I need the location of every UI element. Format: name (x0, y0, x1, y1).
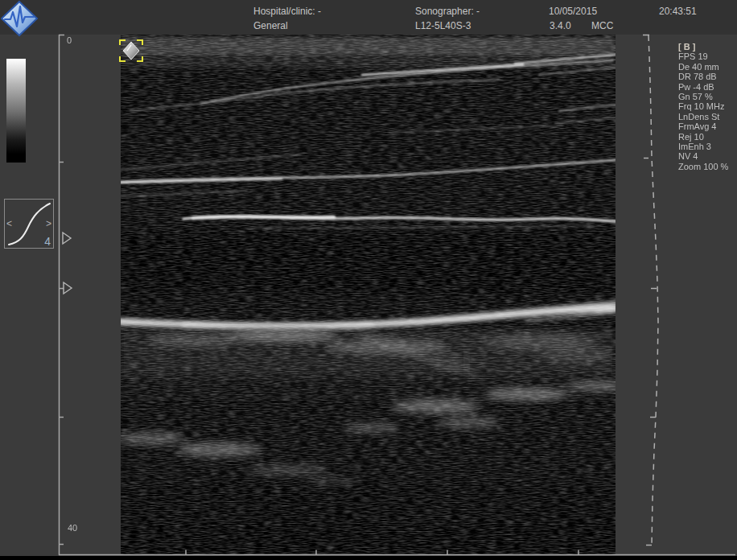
time-label: 20:43:51 (659, 6, 697, 17)
depth-scale-bottom: 40 (68, 523, 77, 533)
depth-scale-top: 0 (67, 35, 72, 45)
param-lndens: LnDens St (678, 112, 736, 121)
mcc-flag: MCC (591, 20, 613, 31)
speckle-noise-overlay (121, 35, 616, 555)
curve-prev-button[interactable]: < (6, 219, 12, 229)
hospital-label: Hospital/clinic: - (253, 6, 321, 17)
param-nv: NV 4 (678, 151, 736, 161)
param-depth: De 40 mm (678, 62, 736, 72)
bottom-strip (0, 556, 737, 560)
header-bar (0, 0, 737, 35)
grayscale-bar (6, 59, 26, 163)
app-logo-icon (1, 0, 39, 37)
ultrasound-app-screen: Hospital/clinic: - Sonographer: - 10/05/… (0, 0, 737, 560)
sonographer-label: Sonographer: - (415, 6, 480, 17)
preset-label: General (253, 20, 288, 31)
date-label: 10/05/2015 (549, 6, 597, 17)
ultrasound-image[interactable] (121, 35, 616, 555)
param-frmavg: FrmAvg 4 (678, 121, 736, 131)
parameter-panel: [ B ] FPS 19 De 40 mm DR 78 dB Pw -4 dB … (678, 42, 736, 171)
param-freq: Frq 10 MHz (678, 101, 736, 111)
param-gain: Gn 57 % (678, 92, 736, 101)
param-zoom: Zoom 100 % (678, 162, 736, 171)
tgc-curve[interactable] (643, 35, 658, 546)
param-imenh: ImEnh 3 (678, 142, 736, 151)
version-label: 3.4.0 (550, 20, 571, 31)
probe-label: L12-5L40S-3 (415, 20, 471, 31)
focus-marker-2-icon[interactable] (64, 282, 72, 294)
param-rej: Rej 10 (678, 132, 736, 142)
depth-ruler (59, 35, 64, 555)
focus-marker-icon[interactable] (63, 233, 71, 244)
gamma-curve-box[interactable]: < > 4 (4, 199, 54, 249)
mode-indicator: [ B ] (678, 42, 736, 51)
gamma-value: 4 (44, 235, 51, 248)
param-fps: FPS 19 (678, 51, 736, 61)
param-pw: Pw -4 dB (678, 82, 736, 92)
curve-next-button[interactable]: > (46, 219, 51, 229)
param-dr: DR 78 dB (678, 72, 736, 81)
